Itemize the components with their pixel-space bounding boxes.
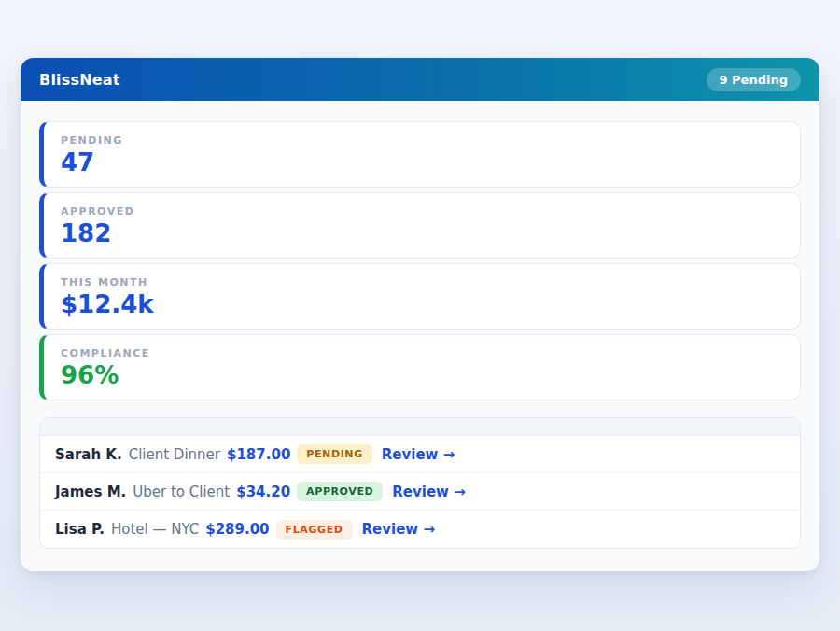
table-row: Sarah K. Client Dinner $187.00 PENDING R… (40, 436, 800, 473)
app-header: BlissNeat 9 Pending (21, 58, 819, 101)
expense-amount: $187.00 (227, 446, 290, 463)
expense-amount: $289.00 (205, 521, 269, 538)
expense-amount: $34.20 (236, 484, 290, 500)
table-body: Sarah K. Client Dinner $187.00 PENDING R… (40, 436, 800, 548)
stat-value: $12.4k (61, 291, 783, 318)
stats-list: PENDING 47 APPROVED 182 THIS MONTH $12.4… (39, 121, 801, 400)
status-badge: PENDING (297, 444, 371, 464)
stat-label: COMPLIANCE (61, 347, 783, 359)
stat-label: PENDING (61, 134, 783, 147)
stat-value: 47 (61, 149, 783, 176)
stat-card: APPROVED 182 (39, 192, 801, 259)
status-badge: FLAGGED (276, 520, 353, 540)
review-link[interactable]: Review → (382, 446, 455, 463)
merchant-description: Hotel — NYC (111, 521, 199, 538)
employee-name: Sarah K. (55, 446, 122, 463)
table-row: Lisa P. Hotel — NYC $289.00 FLAGGED Revi… (40, 511, 800, 548)
stat-card: PENDING 47 (39, 121, 801, 188)
status-badge: APPROVED (297, 482, 383, 501)
stat-value: 182 (61, 220, 783, 247)
employee-name: James M. (55, 484, 126, 500)
employee-name: Lisa P. (55, 521, 105, 538)
table-header-row (40, 418, 800, 436)
merchant-description: Uber to Client (133, 484, 230, 500)
app-title: BlissNeat (39, 71, 120, 89)
expense-dashboard-card: BlissNeat 9 Pending PENDING 47 APPROVED … (21, 58, 819, 571)
review-link[interactable]: Review → (392, 484, 465, 500)
stat-card: COMPLIANCE 96% (39, 334, 801, 400)
stat-label: THIS MONTH (61, 276, 783, 288)
review-link[interactable]: Review → (362, 521, 435, 538)
app-body: PENDING 47 APPROVED 182 THIS MONTH $12.4… (21, 101, 819, 571)
stat-label: APPROVED (61, 205, 783, 217)
table-row: James M. Uber to Client $34.20 APPROVED … (40, 473, 800, 511)
pending-count-badge: 9 Pending (707, 68, 802, 91)
merchant-description: Client Dinner (129, 446, 220, 463)
expenses-table: Sarah K. Client Dinner $187.00 PENDING R… (39, 417, 801, 549)
stat-value: 96% (61, 362, 783, 389)
stat-card: THIS MONTH $12.4k (39, 263, 801, 330)
